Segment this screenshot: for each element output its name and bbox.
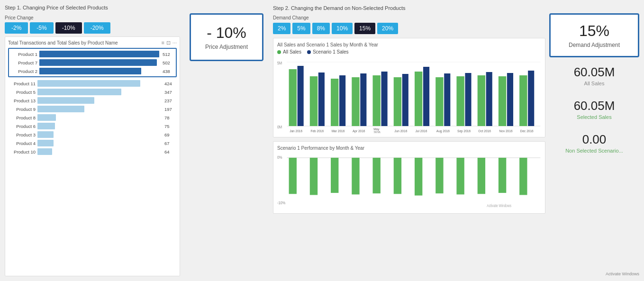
demand-btn-20[interactable]: 20%	[377, 23, 398, 34]
bar-fill	[37, 89, 121, 95]
svg-text:-10%: -10%	[277, 200, 285, 205]
bar-value: 78	[164, 115, 177, 120]
bar-outer	[37, 97, 161, 104]
svg-text:0M: 0M	[277, 125, 282, 129]
bar-fill	[39, 51, 159, 57]
price-btn-10[interactable]: -10%	[55, 22, 82, 34]
scenario-bar-dec	[519, 158, 527, 195]
bar-fill	[37, 123, 55, 129]
svg-text:Jun 2016: Jun 2016	[394, 128, 407, 133]
bar-row-product5: Product 5 347	[8, 88, 177, 96]
bar-row-product2: Product 2 438	[10, 67, 175, 75]
bar-row-product7: Product 7 502	[10, 58, 175, 67]
bar-value: 512	[163, 52, 175, 57]
bar-blue-jul	[423, 67, 429, 126]
legend-dot-blue	[307, 50, 311, 54]
right-panel: 15% Demand Adjustment 60.05M All Sales 6…	[549, 5, 639, 276]
scenario-bar-may	[373, 158, 381, 193]
bar-value: 502	[163, 60, 175, 65]
demand-change-label: Demand Change	[273, 15, 309, 20]
bar-outer	[37, 80, 161, 87]
bar-row-product13: Product 13 237	[8, 96, 177, 105]
bar-fill	[37, 148, 52, 155]
chart-card-icons: ≡ ⊡ ···	[161, 40, 177, 46]
scenario-chart-section: Scenario 1 Performance by Month & Year 0…	[273, 141, 545, 214]
chart-legend: All Sales Scenario 1 Sales	[277, 49, 541, 54]
bar-value: 424	[164, 81, 177, 86]
bar-value: 69	[164, 132, 177, 137]
bar-value: 75	[164, 124, 177, 129]
price-btn-5[interactable]: -5%	[30, 22, 53, 34]
scenario-bar-feb	[310, 158, 317, 195]
scenario-bar-jan	[289, 158, 297, 194]
demand-buttons: 2% 5% 8% 10% 15% 20%	[273, 23, 545, 34]
demand-btn-5[interactable]: 5%	[292, 23, 310, 34]
price-btn-2[interactable]: -2%	[5, 22, 28, 34]
step1-title: Step 1. Changing Price of Selected Produ…	[5, 5, 180, 10]
bar-value: 347	[164, 90, 177, 95]
bar-fill	[37, 131, 54, 138]
expand-icon[interactable]: ⊡	[166, 40, 171, 46]
bar-row-product3: Product 3 69	[8, 130, 177, 139]
demand-btn-10[interactable]: 10%	[332, 23, 353, 34]
step2-section: Step 2. Changing the Demand on Non-Selec…	[273, 5, 545, 34]
bar-blue-jan	[298, 66, 304, 126]
bar-green-nov	[499, 76, 506, 126]
sales-chart-title: All Sales and Scenario 1 Sales by Month …	[277, 42, 541, 47]
bar-row-product4: Product 4 67	[8, 139, 177, 147]
svg-text:Activate Windows: Activate Windows	[487, 203, 511, 208]
svg-text:Apr 2016: Apr 2016	[353, 128, 365, 133]
bar-outer	[37, 140, 161, 146]
scenario-bar-sep	[456, 158, 464, 194]
price-btn-20[interactable]: -20%	[84, 22, 110, 34]
center-panel: - 10% Price Adjustment	[184, 5, 269, 276]
price-change-label: Price Change	[5, 15, 180, 20]
bar-green-sep	[456, 76, 464, 126]
bar-fill	[37, 106, 84, 112]
svg-text:Mar 2016: Mar 2016	[332, 128, 345, 133]
bar-row-product6: Product 6 75	[8, 122, 177, 130]
bar-label: Product 7	[10, 60, 37, 65]
demand-adjustment-label: Demand Adjustment	[560, 42, 628, 48]
bar-green-mar	[331, 79, 338, 126]
chart-card-title: Total Transactions and Total Sales by Pr…	[8, 40, 118, 45]
bar-label: Product 8	[8, 115, 36, 120]
legend-scenario-sales: Scenario 1 Sales	[307, 49, 349, 54]
menu-icon[interactable]: ≡	[161, 40, 164, 46]
bar-blue-dec	[528, 71, 534, 126]
scenario-chart-area: 0% -10%	[277, 153, 541, 209]
bar-green-may	[373, 75, 381, 126]
all-sales-stat: 60.05M All Sales	[549, 60, 639, 91]
demand-btn-8[interactable]: 8%	[312, 23, 330, 34]
bar-outer	[37, 148, 161, 155]
activate-windows-text: Activate Windows	[549, 272, 639, 276]
price-adjustment-box: - 10% Price Adjustment	[190, 13, 263, 61]
bar-green-jan	[289, 69, 297, 126]
bar-row-product9: Product 9 197	[8, 105, 177, 113]
bar-green-jul	[415, 72, 422, 126]
non-selected-label: Non Selected Scenario...	[549, 148, 639, 154]
non-selected-stat: 0.00 Non Selected Scenario...	[549, 127, 639, 158]
legend-label-all: All Sales	[283, 49, 301, 54]
bar-label: Product 3	[8, 132, 36, 137]
bar-outer	[39, 68, 159, 74]
selected-sales-label: Selected Sales	[549, 114, 639, 120]
demand-btn-15[interactable]: 15%	[354, 23, 375, 34]
bar-outer	[37, 123, 161, 129]
demand-btn-2[interactable]: 2%	[273, 23, 290, 34]
bar-row-product8: Product 8 78	[8, 113, 177, 122]
more-icon[interactable]: ···	[172, 40, 177, 46]
svg-text:Jan 2016: Jan 2016	[290, 128, 302, 133]
bar-fill	[39, 59, 157, 66]
svg-text:5M: 5M	[277, 61, 282, 65]
svg-text:Nov 2016: Nov 2016	[499, 128, 513, 133]
bar-row-product11: Product 11 424	[8, 79, 177, 88]
selected-products-group: Product 1 512 Product 7 502 Product 2	[8, 48, 177, 77]
all-sales-label: All Sales	[549, 81, 639, 86]
non-selected-value: 0.00	[549, 132, 639, 147]
bar-fill	[37, 140, 54, 146]
middle-top: Step 2. Changing the Demand on Non-Selec…	[273, 5, 545, 34]
bar-value: 64	[164, 149, 177, 154]
demand-change-section: Demand Change 2% 5% 8% 10% 15% 20%	[273, 14, 545, 34]
scenario-bar-nov	[499, 158, 506, 193]
